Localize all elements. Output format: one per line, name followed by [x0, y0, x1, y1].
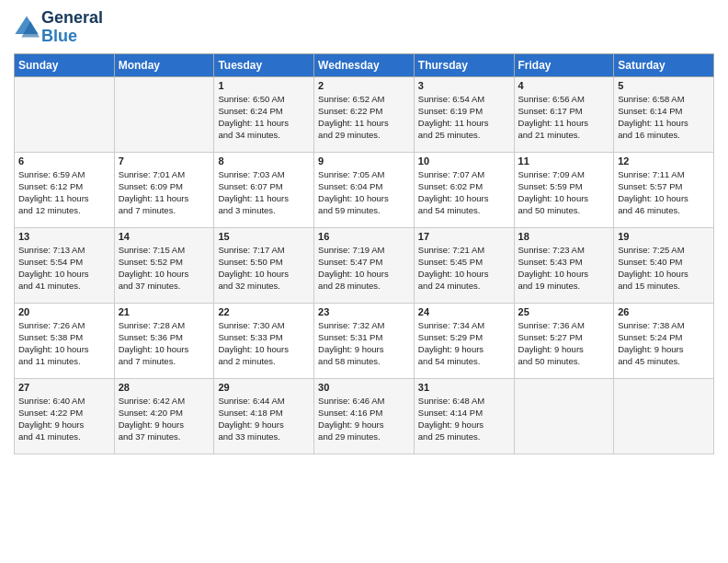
calendar-cell — [614, 378, 714, 454]
weekday-friday: Friday — [514, 53, 614, 76]
day-info: Sunrise: 7:38 AMSunset: 5:24 PMDaylight:… — [618, 319, 710, 368]
calendar-cell: 2Sunrise: 6:52 AMSunset: 6:22 PMDaylight… — [314, 76, 415, 152]
day-number: 5 — [618, 80, 710, 91]
calendar-cell — [514, 378, 614, 454]
header: General Blue — [14, 9, 714, 46]
calendar-cell: 27Sunrise: 6:40 AMSunset: 4:22 PMDayligh… — [15, 378, 115, 454]
calendar-cell: 30Sunrise: 6:46 AMSunset: 4:16 PMDayligh… — [314, 378, 415, 454]
day-number: 29 — [218, 382, 310, 393]
calendar-cell: 19Sunrise: 7:25 AMSunset: 5:40 PMDayligh… — [614, 227, 714, 303]
calendar-cell: 3Sunrise: 6:54 AMSunset: 6:19 PMDaylight… — [414, 76, 514, 152]
day-number: 23 — [318, 306, 410, 317]
week-row-1: 1Sunrise: 6:50 AMSunset: 6:24 PMDaylight… — [15, 76, 714, 152]
calendar-table: SundayMondayTuesdayWednesdayThursdayFrid… — [14, 53, 714, 454]
day-number: 6 — [18, 155, 110, 167]
calendar-cell: 23Sunrise: 7:32 AMSunset: 5:31 PMDayligh… — [314, 303, 415, 378]
day-number: 10 — [418, 155, 510, 167]
weekday-wednesday: Wednesday — [314, 53, 415, 76]
day-info: Sunrise: 6:42 AMSunset: 4:20 PMDaylight:… — [119, 395, 210, 443]
day-number: 24 — [418, 306, 510, 317]
calendar-cell: 12Sunrise: 7:11 AMSunset: 5:57 PMDayligh… — [614, 152, 714, 227]
week-row-2: 6Sunrise: 6:59 AMSunset: 6:12 PMDaylight… — [15, 152, 714, 227]
day-number: 30 — [318, 382, 410, 393]
day-number: 9 — [318, 155, 410, 167]
day-info: Sunrise: 7:15 AMSunset: 5:52 PMDaylight:… — [119, 244, 210, 293]
calendar-cell: 25Sunrise: 7:36 AMSunset: 5:27 PMDayligh… — [514, 303, 614, 378]
calendar-cell: 18Sunrise: 7:23 AMSunset: 5:43 PMDayligh… — [514, 227, 614, 303]
calendar-cell: 14Sunrise: 7:15 AMSunset: 5:52 PMDayligh… — [114, 227, 214, 303]
day-info: Sunrise: 7:25 AMSunset: 5:40 PMDaylight:… — [618, 244, 710, 293]
day-info: Sunrise: 7:30 AMSunset: 5:33 PMDaylight:… — [218, 319, 310, 368]
calendar-cell: 24Sunrise: 7:34 AMSunset: 5:29 PMDayligh… — [414, 303, 514, 378]
day-number: 14 — [119, 231, 210, 242]
day-info: Sunrise: 7:17 AMSunset: 5:50 PMDaylight:… — [218, 244, 310, 293]
day-number: 8 — [218, 155, 310, 167]
day-info: Sunrise: 6:58 AMSunset: 6:14 PMDaylight:… — [618, 93, 710, 142]
logo-text-general: General — [41, 9, 103, 28]
day-info: Sunrise: 7:32 AMSunset: 5:31 PMDaylight:… — [318, 319, 410, 368]
calendar-cell: 26Sunrise: 7:38 AMSunset: 5:24 PMDayligh… — [614, 303, 714, 378]
calendar-cell: 11Sunrise: 7:09 AMSunset: 5:59 PMDayligh… — [514, 152, 614, 227]
day-number: 19 — [618, 231, 710, 242]
calendar-cell: 1Sunrise: 6:50 AMSunset: 6:24 PMDaylight… — [214, 76, 314, 152]
day-info: Sunrise: 7:28 AMSunset: 5:36 PMDaylight:… — [119, 319, 210, 368]
calendar-cell: 22Sunrise: 7:30 AMSunset: 5:33 PMDayligh… — [214, 303, 314, 378]
weekday-monday: Monday — [114, 53, 214, 76]
weekday-tuesday: Tuesday — [214, 53, 314, 76]
calendar-cell: 17Sunrise: 7:21 AMSunset: 5:45 PMDayligh… — [414, 227, 514, 303]
day-number: 16 — [318, 231, 410, 242]
day-number: 28 — [119, 382, 210, 393]
weekday-header-row: SundayMondayTuesdayWednesdayThursdayFrid… — [15, 53, 714, 76]
day-info: Sunrise: 7:09 AMSunset: 5:59 PMDaylight:… — [518, 168, 610, 217]
day-info: Sunrise: 6:44 AMSunset: 4:18 PMDaylight:… — [218, 395, 310, 443]
day-info: Sunrise: 7:05 AMSunset: 6:04 PMDaylight:… — [318, 168, 410, 217]
weekday-saturday: Saturday — [614, 53, 714, 76]
week-row-4: 20Sunrise: 7:26 AMSunset: 5:38 PMDayligh… — [15, 303, 714, 378]
day-number: 20 — [18, 306, 110, 317]
calendar-cell: 21Sunrise: 7:28 AMSunset: 5:36 PMDayligh… — [114, 303, 214, 378]
day-number: 7 — [119, 155, 210, 167]
day-number: 13 — [18, 231, 110, 242]
calendar-cell: 31Sunrise: 6:48 AMSunset: 4:14 PMDayligh… — [414, 378, 514, 454]
day-info: Sunrise: 6:59 AMSunset: 6:12 PMDaylight:… — [18, 168, 110, 217]
logo-text-blue: Blue — [41, 28, 103, 46]
day-info: Sunrise: 7:13 AMSunset: 5:54 PMDaylight:… — [18, 244, 110, 293]
day-number: 27 — [18, 382, 110, 393]
calendar-cell: 5Sunrise: 6:58 AMSunset: 6:14 PMDaylight… — [614, 76, 714, 152]
day-number: 31 — [418, 382, 510, 393]
day-number: 4 — [518, 80, 610, 91]
calendar-cell: 20Sunrise: 7:26 AMSunset: 5:38 PMDayligh… — [15, 303, 115, 378]
day-info: Sunrise: 7:03 AMSunset: 6:07 PMDaylight:… — [218, 168, 310, 217]
logo: General Blue — [14, 9, 103, 46]
day-info: Sunrise: 7:21 AMSunset: 5:45 PMDaylight:… — [418, 244, 510, 293]
day-info: Sunrise: 7:07 AMSunset: 6:02 PMDaylight:… — [418, 168, 510, 217]
page: General Blue SundayMondayTuesdayWednesda… — [0, 0, 728, 464]
day-number: 15 — [218, 231, 310, 242]
calendar-cell: 7Sunrise: 7:01 AMSunset: 6:09 PMDaylight… — [114, 152, 214, 227]
week-row-5: 27Sunrise: 6:40 AMSunset: 4:22 PMDayligh… — [15, 378, 714, 454]
day-info: Sunrise: 6:54 AMSunset: 6:19 PMDaylight:… — [418, 93, 510, 142]
day-info: Sunrise: 6:40 AMSunset: 4:22 PMDaylight:… — [18, 395, 110, 443]
calendar-cell: 16Sunrise: 7:19 AMSunset: 5:47 PMDayligh… — [314, 227, 415, 303]
day-number: 17 — [418, 231, 510, 242]
day-number: 26 — [618, 306, 710, 317]
calendar-cell — [114, 76, 214, 152]
calendar-cell: 29Sunrise: 6:44 AMSunset: 4:18 PMDayligh… — [214, 378, 314, 454]
day-info: Sunrise: 7:26 AMSunset: 5:38 PMDaylight:… — [18, 319, 110, 368]
day-info: Sunrise: 7:19 AMSunset: 5:47 PMDaylight:… — [318, 244, 410, 293]
day-number: 21 — [119, 306, 210, 317]
day-info: Sunrise: 6:50 AMSunset: 6:24 PMDaylight:… — [218, 93, 310, 142]
calendar-cell: 28Sunrise: 6:42 AMSunset: 4:20 PMDayligh… — [114, 378, 214, 454]
day-info: Sunrise: 7:36 AMSunset: 5:27 PMDaylight:… — [518, 319, 610, 368]
calendar-cell: 9Sunrise: 7:05 AMSunset: 6:04 PMDaylight… — [314, 152, 415, 227]
week-row-3: 13Sunrise: 7:13 AMSunset: 5:54 PMDayligh… — [15, 227, 714, 303]
day-info: Sunrise: 7:01 AMSunset: 6:09 PMDaylight:… — [119, 168, 210, 217]
day-info: Sunrise: 6:52 AMSunset: 6:22 PMDaylight:… — [318, 93, 410, 142]
day-number: 1 — [218, 80, 310, 91]
calendar-cell: 10Sunrise: 7:07 AMSunset: 6:02 PMDayligh… — [414, 152, 514, 227]
calendar-cell: 4Sunrise: 6:56 AMSunset: 6:17 PMDaylight… — [514, 76, 614, 152]
calendar-cell: 13Sunrise: 7:13 AMSunset: 5:54 PMDayligh… — [15, 227, 115, 303]
day-number: 11 — [518, 155, 610, 167]
day-info: Sunrise: 6:56 AMSunset: 6:17 PMDaylight:… — [518, 93, 610, 142]
calendar-cell: 15Sunrise: 7:17 AMSunset: 5:50 PMDayligh… — [214, 227, 314, 303]
